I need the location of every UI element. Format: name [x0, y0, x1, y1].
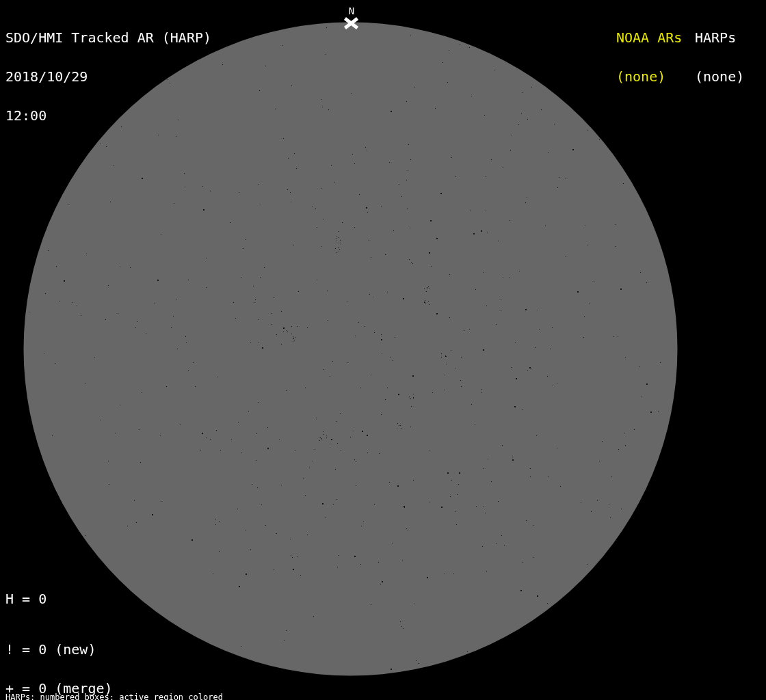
- noaa-ars-value: (none): [616, 70, 682, 83]
- north-pole-cross-icon: [343, 17, 359, 29]
- footnotes: HARPs: numbered boxes; active region col…: [5, 677, 292, 700]
- harp-tracker-frame: N SDO/HMI Tracked AR (HARP) 2018/10/29 1…: [0, 0, 766, 700]
- frame-time: 12:00: [5, 109, 211, 122]
- north-pole-label: N: [349, 6, 354, 16]
- harps-label: HARPs: [695, 31, 744, 44]
- noaa-ars-label: NOAA ARs: [616, 31, 682, 44]
- frame-date: 2018/10/29: [5, 70, 211, 83]
- harps-value: (none): [695, 70, 744, 83]
- header: SDO/HMI Tracked AR (HARP) 2018/10/29 12:…: [5, 5, 211, 148]
- page-title: SDO/HMI Tracked AR (HARP): [5, 31, 211, 44]
- legend-item-new: ! = 0 (new): [5, 643, 162, 656]
- footnote-harps: HARPs: numbered boxes; active region col…: [5, 693, 292, 700]
- harp-count-line: H = 0: [5, 593, 162, 606]
- noaa-ars-status: NOAA ARs (none): [616, 5, 682, 109]
- harps-status: HARPs (none): [695, 5, 744, 109]
